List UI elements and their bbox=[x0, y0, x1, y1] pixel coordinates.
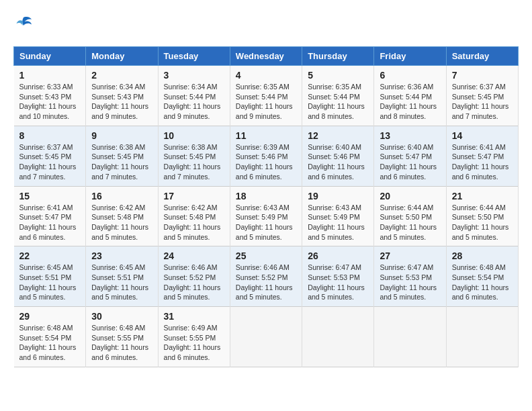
calendar-cell: 22Sunrise: 6:45 AM Sunset: 5:51 PM Dayli… bbox=[14, 246, 86, 307]
day-info: Sunrise: 6:41 AM Sunset: 5:47 PM Dayligh… bbox=[19, 203, 81, 242]
calendar-cell: 16Sunrise: 6:42 AM Sunset: 5:48 PM Dayli… bbox=[86, 186, 158, 246]
day-number: 18 bbox=[236, 191, 296, 201]
day-number: 13 bbox=[380, 130, 440, 141]
day-number: 29 bbox=[19, 311, 81, 322]
day-number: 28 bbox=[452, 250, 513, 261]
day-number: 19 bbox=[308, 191, 368, 201]
column-header-tuesday: Tuesday bbox=[158, 47, 230, 66]
column-header-monday: Monday bbox=[86, 47, 158, 66]
day-number: 6 bbox=[380, 70, 440, 81]
calendar-cell: 31Sunrise: 6:49 AM Sunset: 5:55 PM Dayli… bbox=[158, 307, 230, 367]
day-info: Sunrise: 6:40 AM Sunset: 5:46 PM Dayligh… bbox=[308, 142, 368, 182]
day-number: 12 bbox=[308, 130, 368, 141]
column-header-saturday: Saturday bbox=[446, 47, 518, 66]
day-info: Sunrise: 6:35 AM Sunset: 5:44 PM Dayligh… bbox=[236, 82, 296, 122]
calendar-cell bbox=[374, 307, 446, 367]
day-number: 11 bbox=[236, 130, 296, 141]
day-info: Sunrise: 6:48 AM Sunset: 5:54 PM Dayligh… bbox=[452, 263, 513, 302]
day-info: Sunrise: 6:48 AM Sunset: 5:55 PM Dayligh… bbox=[91, 323, 152, 363]
day-info: Sunrise: 6:39 AM Sunset: 5:46 PM Dayligh… bbox=[236, 142, 296, 182]
calendar-cell: 4Sunrise: 6:35 AM Sunset: 5:44 PM Daylig… bbox=[230, 66, 302, 126]
calendar-cell bbox=[302, 307, 374, 367]
day-info: Sunrise: 6:45 AM Sunset: 5:51 PM Dayligh… bbox=[91, 263, 152, 302]
day-info: Sunrise: 6:41 AM Sunset: 5:47 PM Dayligh… bbox=[452, 142, 513, 182]
day-number: 21 bbox=[452, 191, 513, 201]
page-header bbox=[13, 13, 519, 36]
day-info: Sunrise: 6:46 AM Sunset: 5:52 PM Dayligh… bbox=[236, 263, 296, 302]
day-number: 24 bbox=[164, 250, 224, 261]
calendar-week-row: 15Sunrise: 6:41 AM Sunset: 5:47 PM Dayli… bbox=[14, 186, 519, 246]
calendar-cell: 10Sunrise: 6:38 AM Sunset: 5:45 PM Dayli… bbox=[158, 126, 230, 186]
day-info: Sunrise: 6:33 AM Sunset: 5:43 PM Dayligh… bbox=[19, 82, 81, 122]
calendar-cell: 18Sunrise: 6:43 AM Sunset: 5:49 PM Dayli… bbox=[230, 186, 302, 246]
logo-bird-icon bbox=[13, 13, 34, 34]
day-info: Sunrise: 6:34 AM Sunset: 5:44 PM Dayligh… bbox=[164, 82, 224, 122]
day-number: 16 bbox=[91, 191, 152, 201]
day-info: Sunrise: 6:40 AM Sunset: 5:47 PM Dayligh… bbox=[380, 142, 440, 182]
day-number: 31 bbox=[164, 311, 224, 322]
calendar-cell: 5Sunrise: 6:35 AM Sunset: 5:44 PM Daylig… bbox=[302, 66, 374, 126]
calendar-cell: 26Sunrise: 6:47 AM Sunset: 5:53 PM Dayli… bbox=[302, 246, 374, 307]
calendar-cell: 20Sunrise: 6:44 AM Sunset: 5:50 PM Dayli… bbox=[374, 186, 446, 246]
day-number: 22 bbox=[19, 250, 81, 261]
day-number: 20 bbox=[380, 191, 440, 201]
calendar-cell: 19Sunrise: 6:43 AM Sunset: 5:49 PM Dayli… bbox=[302, 186, 374, 246]
day-number: 1 bbox=[19, 70, 81, 81]
day-info: Sunrise: 6:48 AM Sunset: 5:54 PM Dayligh… bbox=[19, 323, 81, 363]
day-number: 17 bbox=[164, 191, 224, 201]
calendar-table: SundayMondayTuesdayWednesdayThursdayFrid… bbox=[13, 46, 519, 367]
calendar-cell: 14Sunrise: 6:41 AM Sunset: 5:47 PM Dayli… bbox=[446, 126, 518, 186]
day-number: 14 bbox=[452, 130, 513, 141]
calendar-cell: 17Sunrise: 6:42 AM Sunset: 5:48 PM Dayli… bbox=[158, 186, 230, 246]
day-info: Sunrise: 6:37 AM Sunset: 5:45 PM Dayligh… bbox=[19, 142, 81, 182]
calendar-cell: 24Sunrise: 6:46 AM Sunset: 5:52 PM Dayli… bbox=[158, 246, 230, 307]
day-info: Sunrise: 6:42 AM Sunset: 5:48 PM Dayligh… bbox=[91, 203, 152, 242]
day-info: Sunrise: 6:44 AM Sunset: 5:50 PM Dayligh… bbox=[452, 203, 513, 242]
day-number: 3 bbox=[164, 70, 224, 81]
calendar-cell: 2Sunrise: 6:34 AM Sunset: 5:43 PM Daylig… bbox=[86, 66, 158, 126]
day-info: Sunrise: 6:42 AM Sunset: 5:48 PM Dayligh… bbox=[164, 203, 224, 242]
day-number: 25 bbox=[236, 250, 296, 261]
column-header-sunday: Sunday bbox=[14, 47, 86, 66]
calendar-cell: 27Sunrise: 6:47 AM Sunset: 5:53 PM Dayli… bbox=[374, 246, 446, 307]
day-number: 27 bbox=[380, 250, 440, 261]
calendar-cell: 1Sunrise: 6:33 AM Sunset: 5:43 PM Daylig… bbox=[14, 66, 86, 126]
calendar-cell: 12Sunrise: 6:40 AM Sunset: 5:46 PM Dayli… bbox=[302, 126, 374, 186]
day-number: 5 bbox=[308, 70, 368, 81]
calendar-week-row: 22Sunrise: 6:45 AM Sunset: 5:51 PM Dayli… bbox=[14, 246, 519, 307]
calendar-cell bbox=[230, 307, 302, 367]
calendar-cell: 8Sunrise: 6:37 AM Sunset: 5:45 PM Daylig… bbox=[14, 126, 86, 186]
day-info: Sunrise: 6:47 AM Sunset: 5:53 PM Dayligh… bbox=[380, 263, 440, 302]
day-number: 30 bbox=[91, 311, 152, 322]
calendar-cell: 13Sunrise: 6:40 AM Sunset: 5:47 PM Dayli… bbox=[374, 126, 446, 186]
day-info: Sunrise: 6:43 AM Sunset: 5:49 PM Dayligh… bbox=[308, 203, 368, 242]
day-number: 26 bbox=[308, 250, 368, 261]
calendar-cell: 23Sunrise: 6:45 AM Sunset: 5:51 PM Dayli… bbox=[86, 246, 158, 307]
calendar-cell: 11Sunrise: 6:39 AM Sunset: 5:46 PM Dayli… bbox=[230, 126, 302, 186]
calendar-cell: 15Sunrise: 6:41 AM Sunset: 5:47 PM Dayli… bbox=[14, 186, 86, 246]
calendar-week-row: 29Sunrise: 6:48 AM Sunset: 5:54 PM Dayli… bbox=[14, 307, 519, 367]
column-header-friday: Friday bbox=[374, 47, 446, 66]
day-info: Sunrise: 6:37 AM Sunset: 5:45 PM Dayligh… bbox=[452, 82, 513, 122]
calendar-cell: 28Sunrise: 6:48 AM Sunset: 5:54 PM Dayli… bbox=[446, 246, 518, 307]
day-info: Sunrise: 6:43 AM Sunset: 5:49 PM Dayligh… bbox=[236, 203, 296, 242]
calendar-cell: 21Sunrise: 6:44 AM Sunset: 5:50 PM Dayli… bbox=[446, 186, 518, 246]
calendar-week-row: 8Sunrise: 6:37 AM Sunset: 5:45 PM Daylig… bbox=[14, 126, 519, 186]
day-number: 15 bbox=[19, 191, 81, 201]
column-header-wednesday: Wednesday bbox=[230, 47, 302, 66]
calendar-cell: 7Sunrise: 6:37 AM Sunset: 5:45 PM Daylig… bbox=[446, 66, 518, 126]
calendar-cell: 6Sunrise: 6:36 AM Sunset: 5:44 PM Daylig… bbox=[374, 66, 446, 126]
calendar-cell: 25Sunrise: 6:46 AM Sunset: 5:52 PM Dayli… bbox=[230, 246, 302, 307]
day-info: Sunrise: 6:34 AM Sunset: 5:43 PM Dayligh… bbox=[91, 82, 152, 122]
day-number: 4 bbox=[236, 70, 296, 81]
day-number: 9 bbox=[91, 130, 152, 141]
day-info: Sunrise: 6:36 AM Sunset: 5:44 PM Dayligh… bbox=[380, 82, 440, 122]
day-info: Sunrise: 6:38 AM Sunset: 5:45 PM Dayligh… bbox=[91, 142, 152, 182]
day-info: Sunrise: 6:38 AM Sunset: 5:45 PM Dayligh… bbox=[164, 142, 224, 182]
day-number: 2 bbox=[91, 70, 152, 81]
calendar-cell: 3Sunrise: 6:34 AM Sunset: 5:44 PM Daylig… bbox=[158, 66, 230, 126]
day-info: Sunrise: 6:35 AM Sunset: 5:44 PM Dayligh… bbox=[308, 82, 368, 122]
day-number: 7 bbox=[452, 70, 513, 81]
day-info: Sunrise: 6:46 AM Sunset: 5:52 PM Dayligh… bbox=[164, 263, 224, 302]
logo bbox=[13, 13, 36, 36]
